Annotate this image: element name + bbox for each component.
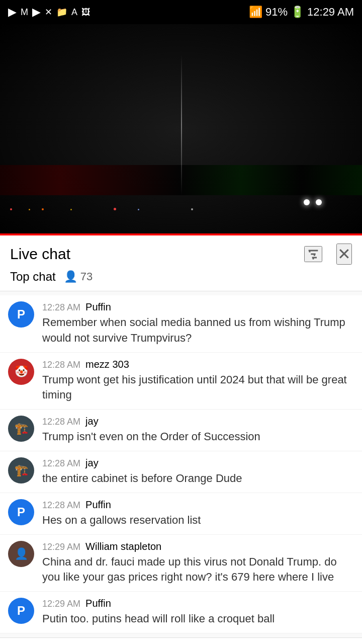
avatar: P xyxy=(8,499,34,525)
chat-message: P 12:28 AM Puffin Remember when social m… xyxy=(0,295,362,353)
message-text: Trump isn't even on the Order of Success… xyxy=(42,429,354,445)
video-player[interactable] xyxy=(0,24,362,235)
video-content xyxy=(0,24,362,235)
app-icon-x: ✕ xyxy=(45,7,52,18)
status-icons: ▶ M ▶ ✕ 📁 A 🖼 xyxy=(8,6,90,19)
message-text: Remember when social media banned us fro… xyxy=(42,315,354,346)
chat-message: P 12:29 AM Puffin Putin too. putins head… xyxy=(0,592,362,633)
avatar: P xyxy=(8,301,34,328)
battery-percent: 91% xyxy=(265,6,288,19)
app-icon-a: A xyxy=(71,7,77,18)
app-icon-img: 🖼 xyxy=(81,7,90,18)
status-bar: ▶ M ▶ ✕ 📁 A 🖼 📶 91% 🔋 12:29 AM xyxy=(0,0,362,24)
message-time: 12:28 AM xyxy=(42,302,80,313)
message-text: the entire cabinet is before Orange Dude xyxy=(42,471,354,487)
message-text: Putin too. putins head will roll like a … xyxy=(42,611,354,627)
message-author: William stapleton xyxy=(85,541,161,552)
avatar: 🏗️ xyxy=(8,457,34,484)
message-content: 12:28 AM mezz 303 Trump wont get his jus… xyxy=(42,359,354,404)
filter-button[interactable] xyxy=(304,246,322,262)
battery-icon: 🔋 xyxy=(291,6,304,19)
chat-messages-list: P 12:28 AM Puffin Remember when social m… xyxy=(0,291,362,637)
app-icon-m: M xyxy=(21,7,28,18)
filter-icon xyxy=(305,247,321,261)
chat-input-bar: 🙂 ⬛ xyxy=(0,637,362,644)
message-author: mezz 303 xyxy=(85,359,129,370)
message-content: 12:28 AM Puffin Hes on a gallows reserva… xyxy=(42,499,354,528)
message-text: Hes on a gallows reservation list xyxy=(42,513,354,528)
app-icon-yt: ▶ xyxy=(32,6,41,19)
message-meta: 12:28 AM Puffin xyxy=(42,499,354,511)
header-actions: ✕ xyxy=(304,244,352,265)
progress-bar[interactable] xyxy=(0,233,362,235)
message-text: Trump wont get his justification until 2… xyxy=(42,372,354,404)
status-info: 📶 91% 🔋 12:29 AM xyxy=(249,6,354,19)
play-icon: ▶ xyxy=(8,6,17,19)
message-meta: 12:29 AM Puffin xyxy=(42,598,354,609)
live-chat-title: Live chat xyxy=(10,246,70,263)
chat-message: 👤 12:29 AM William stapleton China and d… xyxy=(0,535,362,592)
message-author: Puffin xyxy=(85,499,111,511)
app-icon-file: 📁 xyxy=(56,7,67,18)
avatar: P xyxy=(8,598,34,624)
message-meta: 12:28 AM mezz 303 xyxy=(42,359,354,370)
message-content: 12:28 AM jay the entire cabinet is befor… xyxy=(42,457,354,487)
top-chat-row: Top chat 👤 73 xyxy=(10,265,352,291)
chat-title-row: Live chat ✕ xyxy=(10,244,352,265)
live-chat-header: Live chat ✕ Top chat 👤 xyxy=(0,235,362,291)
avatar: 👤 xyxy=(8,541,34,567)
message-text: China and dr. fauci made up this virus n… xyxy=(42,554,354,586)
message-content: 12:29 AM William stapleton China and dr.… xyxy=(42,541,354,586)
message-time: 12:29 AM xyxy=(42,542,80,552)
message-author: Puffin xyxy=(85,598,111,609)
top-chat-label: Top chat xyxy=(10,270,56,284)
chat-message: 🏗️ 12:28 AM jay Trump isn't even on the … xyxy=(0,410,362,451)
chat-message: P 12:28 AM Puffin Hes on a gallows reser… xyxy=(0,493,362,535)
message-content: 12:28 AM jay Trump isn't even on the Ord… xyxy=(42,416,354,445)
message-meta: 12:28 AM Puffin xyxy=(42,301,354,313)
chat-message: 🏗️ 12:28 AM jay the entire cabinet is be… xyxy=(0,451,362,493)
message-time: 12:28 AM xyxy=(42,458,80,469)
avatar: 🤡 xyxy=(8,359,34,385)
clock: 12:29 AM xyxy=(307,6,354,19)
viewer-number: 73 xyxy=(80,270,93,283)
message-time: 12:28 AM xyxy=(42,360,80,370)
close-button[interactable]: ✕ xyxy=(336,244,352,265)
message-content: 12:29 AM Puffin Putin too. putins head w… xyxy=(42,598,354,627)
message-meta: 12:29 AM William stapleton xyxy=(42,541,354,552)
chat-message: 🤡 12:28 AM mezz 303 Trump wont get his j… xyxy=(0,353,362,410)
message-meta: 12:28 AM jay xyxy=(42,457,354,469)
live-chat-panel: Live chat ✕ Top chat 👤 xyxy=(0,235,362,644)
message-time: 12:29 AM xyxy=(42,599,80,609)
message-author: jay xyxy=(85,457,99,469)
message-meta: 12:28 AM jay xyxy=(42,416,354,427)
message-time: 12:28 AM xyxy=(42,500,80,511)
wifi-icon: 📶 xyxy=(249,6,262,19)
viewers-icon: 👤 xyxy=(64,270,77,283)
avatar: 🏗️ xyxy=(8,416,34,442)
message-content: 12:28 AM Puffin Remember when social med… xyxy=(42,301,354,346)
message-author: jay xyxy=(85,416,99,427)
message-author: Puffin xyxy=(85,301,111,313)
viewer-count: 👤 73 xyxy=(64,270,93,283)
message-time: 12:28 AM xyxy=(42,417,80,427)
